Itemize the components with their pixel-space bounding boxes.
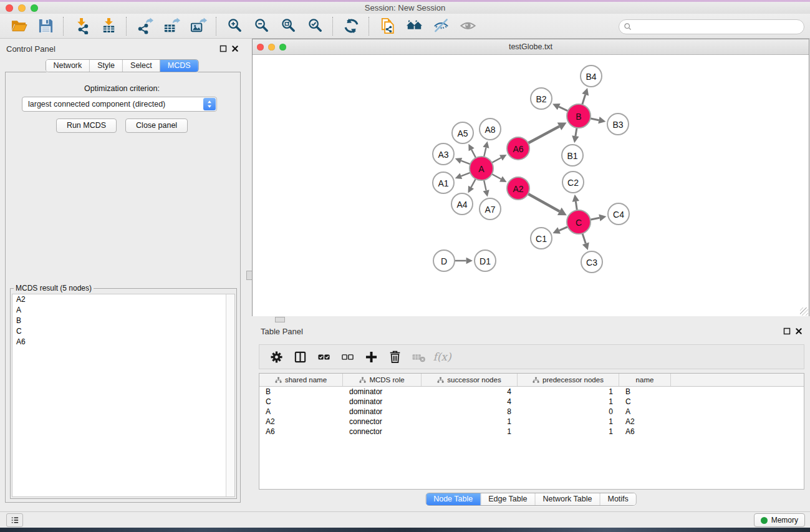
column-header-predecessor-nodes[interactable]: predecessor nodes [518,374,619,386]
table-row[interactable]: A2connector11A2 [259,417,804,427]
tab-network-table[interactable]: Network Table [536,493,600,505]
memory-button[interactable]: Memory [754,513,805,527]
column-sort-icon [437,377,444,384]
graph-node-B[interactable]: B [567,104,591,128]
memory-status-icon [761,517,768,524]
hide-selected-button[interactable] [430,16,451,37]
export-table-button[interactable] [161,16,182,37]
mcds-result-list: A2ABCA6 [12,294,235,497]
zoom-in-button[interactable] [224,16,245,37]
column-header-shared-name[interactable]: shared name [259,374,343,386]
graph-node-A7[interactable]: A7 [480,198,501,220]
network-window-title: testGlobe.txt [253,42,809,51]
graph-node-D1[interactable]: D1 [475,250,496,271]
tab-style[interactable]: Style [90,60,123,72]
window-titlebar[interactable]: Session: New Session [0,2,810,14]
export-network-button[interactable] [134,16,155,37]
column-header-name[interactable]: name [619,374,671,386]
table-cell: A2 [619,417,671,426]
toggle-column-view-button[interactable] [291,347,309,366]
result-list-scrollbar[interactable] [226,294,234,496]
tab-network[interactable]: Network [46,60,90,72]
tab-select[interactable]: Select [123,60,160,72]
graph-node-C4[interactable]: C4 [608,203,629,225]
graph-node-D[interactable]: D [433,250,455,271]
table-cell: connector [343,417,422,426]
dropdown-stepper-icon [203,98,216,110]
graph-node-B1[interactable]: B1 [562,145,583,166]
resize-grip[interactable] [800,307,808,316]
import-network-button[interactable] [71,16,92,37]
graph-node-C[interactable]: C [567,210,591,234]
column-sort-icon [359,377,366,384]
network-window-titlebar[interactable]: testGlobe.txt [253,39,809,55]
table-settings-button[interactable] [267,347,286,366]
float-panel-icon[interactable] [219,45,227,52]
graph-node-C2[interactable]: C2 [562,172,584,193]
apply-layout-button[interactable] [340,16,362,37]
tab-motifs[interactable]: Motifs [600,493,635,505]
run-mcds-button[interactable]: Run MCDS [56,118,117,133]
open-session-button[interactable] [8,16,29,37]
export-image-button[interactable] [188,16,209,37]
graph-node-A8[interactable]: A8 [480,118,501,140]
table-row[interactable]: Bdominator41B [259,387,804,397]
tab-edge-table[interactable]: Edge Table [481,493,535,505]
network-canvas[interactable]: A5A8A6A3AA1A2A4A7B4B2BB3B1C2C4CC1C3DD1 [253,55,809,316]
table-cell: B [619,387,671,396]
tab-node-table[interactable]: Node Table [426,493,481,505]
table-cell: dominator [343,397,422,406]
deselect-all-button[interactable] [338,347,357,366]
graph-node-C3[interactable]: C3 [581,251,602,273]
close-panel-icon[interactable] [231,45,239,52]
graph-node-C1[interactable]: C1 [531,228,552,249]
node-label: D [441,256,447,266]
search-input[interactable] [632,21,804,33]
show-panels-button[interactable] [6,513,23,527]
table-row[interactable]: A6connector11A6 [259,427,804,437]
table-cell: 8 [422,407,518,416]
graph-node-B4[interactable]: B4 [581,65,602,87]
graph-node-B3[interactable]: B3 [607,114,629,135]
select-all-button[interactable] [314,347,333,366]
result-item[interactable]: A [12,305,234,316]
column-header-MCDS-role[interactable]: MCDS role [343,374,422,386]
duplicate-network-button[interactable] [377,16,398,37]
column-header-successor-nodes[interactable]: successor nodes [422,374,518,386]
tab-mcds[interactable]: MCDS [160,60,198,72]
table-cell: 1 [518,387,619,396]
zoom-selected-button[interactable] [304,16,325,37]
import-table-button[interactable] [98,16,119,37]
float-table-panel-icon[interactable] [783,327,791,335]
graph-node-A6[interactable]: A6 [507,137,529,160]
search-box [619,19,804,34]
table-row[interactable]: Cdominator41C [259,397,804,407]
table-row[interactable]: Adominator80A [259,407,804,417]
workspace: Control Panel NetworkStyleSelectMCDS Opt… [0,39,810,511]
show-all-button[interactable] [457,16,478,37]
save-session-button[interactable] [35,16,56,37]
close-panel-button[interactable]: Close panel [125,118,188,133]
list-icon [10,515,20,525]
graph-node-B2[interactable]: B2 [531,88,552,109]
graph-node-A2[interactable]: A2 [507,177,529,200]
graph-node-A4[interactable]: A4 [451,193,473,215]
result-item[interactable]: B [12,316,234,326]
graph-node-A1[interactable]: A1 [433,172,454,193]
result-item[interactable]: A2 [12,294,234,305]
first-neighbors-button[interactable] [403,16,425,37]
zoom-fit-button[interactable] [277,16,299,37]
toolbar-items [5,16,481,37]
zoom-out-button[interactable] [251,16,272,37]
table-cell: 1 [518,417,619,426]
close-table-panel-icon[interactable] [795,327,803,335]
add-column-button[interactable] [362,347,380,366]
delete-button[interactable] [385,347,404,366]
graph-node-A5[interactable]: A5 [452,122,473,143]
result-item[interactable]: C [12,326,234,337]
criterion-dropdown[interactable]: largest connected component (directed) [22,97,217,112]
graph-node-A[interactable]: A [470,157,493,180]
criterion-value: largest connected component (directed) [28,100,165,109]
graph-node-A3[interactable]: A3 [433,143,454,165]
result-item[interactable]: A6 [12,337,234,347]
